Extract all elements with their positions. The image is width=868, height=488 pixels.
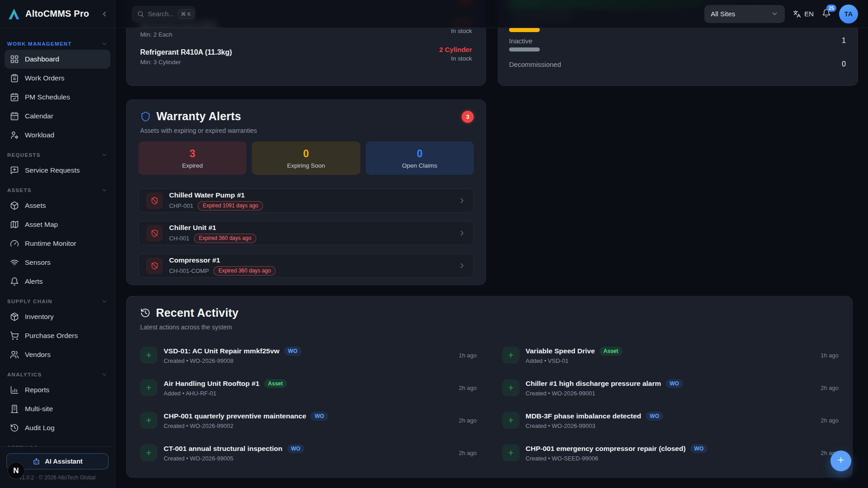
activity-row[interactable]: Air Handling Unit Rooftop #1AssetAdded •…	[140, 378, 477, 398]
warranty-list: Chilled Water Pump #1CHP-001Expired 1091…	[138, 188, 474, 278]
activity-type-badge: Asset	[264, 379, 287, 388]
package-icon	[10, 312, 19, 321]
part-status: In stock	[439, 55, 472, 62]
activity-title: CT-001 annual structural inspection	[164, 445, 283, 453]
activity-subtext: Created • WO-2026-99005	[164, 455, 304, 462]
activity-title: Air Handling Unit Rooftop #1	[164, 380, 259, 388]
message-plus-icon	[10, 166, 19, 175]
sidebar-item-purchase-orders[interactable]: Purchase Orders	[5, 326, 110, 345]
part-name: Refrigerant R410A (11.3kg)	[140, 48, 472, 56]
site-selector[interactable]: All Sites	[704, 5, 785, 23]
chat-widget-avatar[interactable]: N	[7, 462, 25, 479]
robot-icon	[32, 457, 41, 466]
sidebar-item-pm-schedules[interactable]: PM Schedules	[5, 88, 110, 107]
activity-row[interactable]: CHP-001 emergency compressor repair (clo…	[502, 443, 839, 463]
sidebar-item-sensors[interactable]: Sensors	[5, 253, 110, 272]
create-new-fab[interactable]	[830, 450, 851, 471]
status-row-decommissioned: Decommissioned 0	[509, 60, 846, 68]
activity-type-badge: WO	[690, 444, 708, 453]
warranty-item[interactable]: Compressor #1CH-001-COMPExpired 360 days…	[138, 253, 474, 278]
bell-icon	[10, 277, 19, 286]
sidebar-item-label: Assets	[25, 202, 46, 210]
app-title: AltoCMMS Pro	[25, 9, 96, 19]
low-stock-item[interactable]: Refrigerant R410A (11.3kg)Min: 3 Cylinde…	[140, 48, 472, 66]
activity-row[interactable]: MDB-3F phase imbalance detectedWOCreated…	[502, 410, 839, 430]
activity-type-badge: WO	[665, 379, 683, 388]
shield-icon	[140, 111, 151, 122]
sidebar-item-audit-log[interactable]: Audit Log	[5, 418, 110, 437]
nav-section-analytics[interactable]: ANALYTICS	[0, 369, 115, 380]
sidebar-item-multi-site[interactable]: Multi-site	[5, 399, 110, 418]
activity-type-badge: WO	[311, 412, 328, 421]
plus-icon-tile	[140, 412, 157, 429]
nav-section-settings[interactable]: SETTINGS	[0, 442, 115, 446]
stat-label: Open Claims	[402, 162, 437, 169]
activity-row[interactable]: VSD-01: AC Unit Repair mmkf25vwWOCreated…	[140, 345, 477, 365]
sidebar-item-label: Sensors	[25, 258, 51, 267]
stat-label: Expired	[182, 162, 203, 169]
expired-badge: Expired 360 days ago	[194, 234, 256, 243]
warranty-item[interactable]: Chiller Unit #1CH-001Expired 360 days ag…	[138, 221, 474, 245]
gauge-icon	[10, 239, 19, 248]
shield-off-icon-tile	[146, 192, 163, 209]
expired-badge: Expired 360 days ago	[213, 266, 276, 276]
sidebar-item-label: Inventory	[25, 313, 54, 321]
nav-section-requests[interactable]: REQUESTS	[0, 149, 115, 161]
sidebar-item-alerts[interactable]: Alerts	[5, 272, 110, 291]
chevron-right-icon	[458, 262, 466, 270]
warranty-item[interactable]: Chilled Water Pump #1CHP-001Expired 1091…	[138, 188, 474, 213]
activity-row[interactable]: Variable Speed DriveAssetAdded • VSD-011…	[502, 345, 839, 365]
activity-subtext: Created • WO-2026-99001	[526, 390, 683, 397]
sidebar-item-label: Runtime Monitor	[25, 239, 76, 248]
history-icon	[10, 423, 19, 432]
sidebar-item-calendar[interactable]: Calendar	[5, 107, 110, 126]
notifications-button[interactable]: 25	[822, 9, 831, 19]
sidebar-item-vendors[interactable]: Vendors	[5, 345, 110, 364]
warranty-count-badge: 3	[462, 111, 474, 123]
warranty-stats: 3Expired0Expiring Soon0Open Claims	[138, 141, 474, 175]
nav-section-supply-chain[interactable]: SUPPLY CHAIN	[0, 296, 115, 307]
bar-chart-icon	[10, 385, 19, 394]
status-value: 0	[842, 60, 846, 68]
sidebar-item-assets[interactable]: Assets	[5, 196, 110, 215]
sidebar-item-label: Work Orders	[25, 74, 65, 82]
languages-icon	[793, 10, 801, 18]
sidebar-item-inventory[interactable]: Inventory	[5, 307, 110, 326]
stat-label: Expiring Soon	[287, 162, 325, 169]
nav-section-label: ANALYTICS	[7, 372, 42, 377]
activity-row[interactable]: Chiller #1 high discharge pressure alarm…	[502, 378, 839, 398]
activity-row[interactable]: CT-001 annual structural inspectionWOCre…	[140, 443, 477, 463]
maintenance-status-bar	[509, 28, 540, 32]
sidebar-item-workload[interactable]: Workload	[5, 126, 110, 145]
activity-title: VSD-01: AC Unit Repair mmkf25vw	[164, 347, 279, 355]
sidebar-item-work-orders[interactable]: Work Orders	[5, 69, 110, 88]
part-min: Min: 2 Each	[140, 31, 472, 38]
sidebar-item-service-requests[interactable]: Service Requests	[5, 161, 110, 180]
sidebar-collapse-button[interactable]	[100, 10, 108, 18]
nav-section-assets[interactable]: ASSETS	[0, 184, 115, 196]
nav-section-work-management[interactable]: WORK MANAGEMENT	[0, 38, 115, 50]
sidebar-item-label: Audit Log	[25, 424, 55, 432]
shield-off-icon-tile	[146, 258, 163, 274]
search-input[interactable]: Search... ⌘ K	[132, 6, 196, 22]
activity-row[interactable]: CHP-001 quarterly preventive maintenance…	[140, 410, 477, 430]
notification-count-badge: 25	[826, 5, 836, 12]
calendar-icon	[10, 112, 19, 121]
sidebar-item-asset-map[interactable]: Asset Map	[5, 215, 110, 234]
calendar-check-icon	[10, 93, 19, 102]
activity-time: 2h ago	[459, 417, 477, 424]
sidebar-item-label: PM Schedules	[25, 93, 70, 101]
language-switcher[interactable]: EN	[793, 10, 814, 18]
site-selector-value: All Sites	[711, 10, 735, 18]
sidebar-item-dashboard[interactable]: Dashboard	[5, 50, 110, 69]
nav-section-label: ASSETS	[7, 188, 32, 193]
chevron-down-icon	[101, 152, 108, 158]
sidebar-item-reports[interactable]: Reports	[5, 380, 110, 399]
warranty-stat-expired: 3Expired	[138, 141, 246, 175]
sidebar-item-runtime-monitor[interactable]: Runtime Monitor	[5, 234, 110, 253]
search-shortcut-badge: ⌘ K	[178, 9, 194, 19]
status-label: Decommissioned	[509, 61, 561, 68]
plus-icon-tile	[140, 379, 157, 396]
user-avatar[interactable]: TA	[839, 5, 858, 23]
sidebar-item-label: Service Requests	[25, 166, 80, 174]
